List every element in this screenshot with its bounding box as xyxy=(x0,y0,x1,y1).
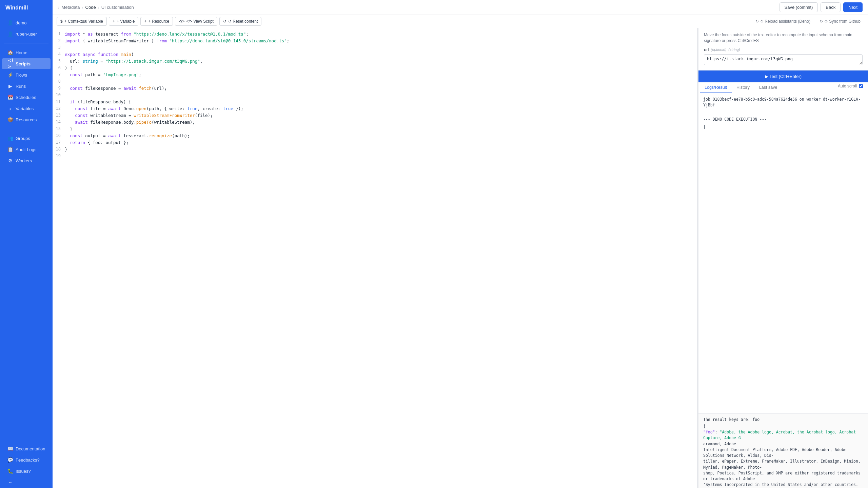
sidebar-footer: 📖 Documentation 💬 Feedbacks? 🐛 Issues? ← xyxy=(0,443,53,488)
log-line-empty xyxy=(703,109,863,115)
sidebar-bottom-nav: 👥 Groups 📋 Audit Logs ⚙ Workers xyxy=(0,131,53,168)
back-button[interactable]: Back xyxy=(821,2,841,12)
sidebar-item-home[interactable]: 🏠 Home xyxy=(2,47,51,58)
person-icon: 👤 xyxy=(7,31,13,37)
result-line: Intelligent Document Platform, Adobe PDF… xyxy=(703,447,863,459)
sidebar-item-groups[interactable]: 👥 Groups xyxy=(2,133,51,144)
auto-scroll-control: Auto scroll xyxy=(838,84,863,88)
sidebar-item-variables[interactable]: 𝑥 Variables xyxy=(2,103,51,114)
person-icon: 👤 xyxy=(7,20,13,25)
sidebar-item-workers[interactable]: ⚙ Workers xyxy=(2,155,51,166)
code-line: 2 import { writableStreamFromWriter } fr… xyxy=(53,38,697,44)
code-line: 8 xyxy=(53,78,697,85)
dollar-icon: $ xyxy=(60,19,63,24)
sidebar-item-audit-logs[interactable]: 📋 Audit Logs xyxy=(2,144,51,155)
code-line: 17 return { foo: output }; xyxy=(53,139,697,146)
tab-last-save[interactable]: Last save xyxy=(754,82,782,93)
result-lines: "foo": "Adobe, the Adobe logo, Acrobat, … xyxy=(703,429,863,488)
breadcrumb-label: UI customisation xyxy=(101,5,134,10)
content-area: 1 import * as tesseract from "https://de… xyxy=(53,28,868,488)
result-line: shop, Poetica, PostScript, and XMP are e… xyxy=(703,470,863,482)
groups-icon: 👥 xyxy=(7,136,13,141)
right-panel: Move the focus outside of the text edito… xyxy=(698,28,868,488)
breadcrumb-sep-2: › xyxy=(98,5,99,10)
app-logo: Windmill xyxy=(0,0,53,16)
sidebar-item-schedules[interactable]: 📅 Schedules xyxy=(2,92,51,103)
reload-icon: ↻ xyxy=(755,19,759,24)
url-optional: (optional) xyxy=(711,47,726,52)
input-hint: Move the focus outside of the text edito… xyxy=(704,32,863,44)
code-line: 14 await fileResponse.body.pipeTo(writab… xyxy=(53,119,697,126)
sidebar-item-runs[interactable]: ▶ Runs xyxy=(2,81,51,92)
schedules-icon: 📅 xyxy=(7,95,13,100)
sidebar-item-back[interactable]: ← xyxy=(2,477,51,488)
breadcrumb-label: Code xyxy=(85,5,96,10)
view-script-button[interactable]: </> </> View Script xyxy=(175,17,217,26)
sidebar-item-flows[interactable]: ⚡ Flows xyxy=(2,69,51,80)
code-line: 1 import * as tesseract from "https://de… xyxy=(53,31,697,38)
variables-icon: 𝑥 xyxy=(7,106,13,111)
topbar-actions: Save (commit) Back Next xyxy=(780,2,863,12)
sync-icon: ⟳ xyxy=(820,19,823,24)
log-line-execution: --- DENO CODE EXECUTION --- xyxy=(703,117,863,122)
url-type: (string) xyxy=(728,47,740,52)
sidebar-users: 👤 demo 👤 ruben-user xyxy=(0,16,53,41)
sidebar-item-issues[interactable]: 🐛 Issues? xyxy=(2,466,51,476)
save-commit-button[interactable]: Save (commit) xyxy=(780,2,818,12)
sidebar-user-demo[interactable]: 👤 demo xyxy=(2,17,51,28)
result-keys-line: The result keys are: foo xyxy=(703,417,863,422)
code-line: 15 } xyxy=(53,126,697,133)
result-output: The result keys are: foo { "foo": "Adobe… xyxy=(698,413,868,488)
breadcrumb-code[interactable]: Code xyxy=(85,5,96,10)
test-button[interactable]: ▶ Test (Ctrl+Enter) xyxy=(698,70,868,82)
log-line-job: job 0183becf-ee78-b5c0-adc9-584a7624de56… xyxy=(703,97,863,108)
code-editor[interactable]: 1 import * as tesseract from "https://de… xyxy=(53,28,697,488)
back-icon: ← xyxy=(7,480,13,485)
variable-button[interactable]: + + Variable xyxy=(109,17,139,26)
sidebar-item-feedbacks[interactable]: 💬 Feedbacks? xyxy=(2,454,51,465)
breadcrumb-label: Metadata xyxy=(61,5,80,10)
reload-assistants-button[interactable]: ↻ ↻ Reload assistants (Deno) xyxy=(752,18,814,25)
sidebar-user-ruben[interactable]: 👤 ruben-user xyxy=(2,28,51,39)
url-input[interactable]: https://i.stack.imgur.com/t3qWG.png xyxy=(704,54,863,65)
code-line: 13 const writableStream = writableStream… xyxy=(53,112,697,119)
plus-resource-icon: + xyxy=(144,19,146,24)
result-line: "foo": "Adobe, the Adobe logo, Acrobat, … xyxy=(703,429,863,441)
breadcrumb-metadata[interactable]: › Metadata xyxy=(58,5,80,10)
breadcrumb-chevron: › xyxy=(58,5,59,10)
code-line: 6 ) { xyxy=(53,65,697,72)
sidebar-item-scripts[interactable]: ＜/＞ Scripts xyxy=(2,58,51,69)
sync-github-button[interactable]: ⟳ ⟳ Sync from Github xyxy=(816,18,864,25)
auto-scroll-checkbox[interactable] xyxy=(859,84,863,88)
tab-history[interactable]: History xyxy=(732,82,754,93)
sidebar-item-documentation[interactable]: 📖 Documentation xyxy=(2,443,51,454)
result-tabs: Logs/Result History Last save Auto scrol… xyxy=(698,82,868,93)
contextual-variable-button[interactable]: $ + Contextual Variable xyxy=(57,17,107,26)
breadcrumb-ui-customisation[interactable]: UI customisation xyxy=(101,5,134,10)
result-line: tiller, ePaper, Extreme, FrameMaker, Ill… xyxy=(703,459,863,470)
flow-icon: ⚡ xyxy=(7,72,13,78)
next-button[interactable]: Next xyxy=(843,2,863,12)
reset-content-button[interactable]: ↺ ↺ Reset content xyxy=(219,17,261,26)
home-icon: 🏠 xyxy=(7,50,13,55)
code-line: 11 if (fileResponse.body) { xyxy=(53,99,697,105)
result-tabs-row: Logs/Result History Last save Auto scrol… xyxy=(698,82,868,93)
editor-pane: 1 import * as tesseract from "https://de… xyxy=(53,28,697,488)
breadcrumb-sep-1: › xyxy=(82,5,83,10)
code-line: 3 xyxy=(53,44,697,51)
toolbar-right: ↻ ↻ Reload assistants (Deno) ⟳ ⟳ Sync fr… xyxy=(752,18,864,25)
code-icon: ＜/＞ xyxy=(7,61,13,66)
code-line: 12 const file = await Deno.open(path, { … xyxy=(53,105,697,112)
code-line: 7 const path = "tmpImage.png"; xyxy=(53,72,697,78)
sidebar-item-resources[interactable]: 📦 Resources xyxy=(2,114,51,125)
code-line: 10 xyxy=(53,92,697,99)
docs-icon: 📖 xyxy=(7,446,13,451)
input-label-row: url (optional) (string) xyxy=(704,47,863,52)
feedback-icon: 💬 xyxy=(7,457,13,463)
topbar: › Metadata › Code › UI customisation Sav… xyxy=(53,0,868,15)
script-icon: </> xyxy=(179,19,184,24)
workers-icon: ⚙ xyxy=(7,158,13,163)
tab-logs-result[interactable]: Logs/Result xyxy=(700,82,732,93)
json-start: { xyxy=(703,424,863,429)
resource-button[interactable]: + + Resource xyxy=(140,17,173,26)
